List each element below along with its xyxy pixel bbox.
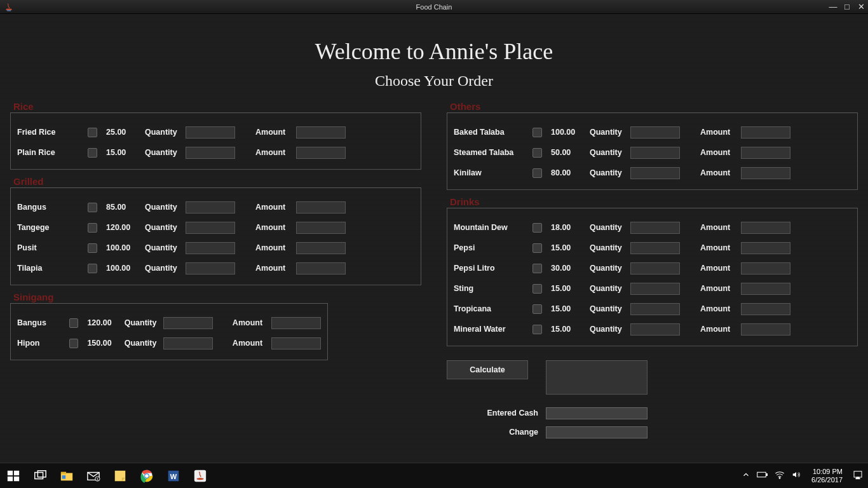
quantity-input[interactable] (186, 126, 235, 139)
calculate-area: Calculate Entered Cash Change (447, 360, 858, 442)
battery-icon[interactable] (757, 470, 768, 481)
item-row-sinigang-0: Bangus120.00QuantityAmount (17, 313, 321, 333)
quantity-input[interactable] (186, 262, 235, 274)
quantity-input[interactable] (186, 147, 235, 159)
item-name: Steamed Talaba (454, 148, 529, 157)
amount-label: Amount (700, 304, 737, 313)
quantity-input[interactable] (630, 262, 680, 274)
sticky-notes-icon[interactable] (109, 467, 131, 485)
item-checkbox[interactable] (88, 128, 97, 137)
item-checkbox[interactable] (88, 223, 97, 233)
item-checkbox[interactable] (88, 203, 97, 212)
item-checkbox[interactable] (532, 223, 542, 233)
quantity-input[interactable] (630, 242, 680, 254)
wifi-icon[interactable] (775, 470, 785, 481)
amount-output (741, 147, 790, 159)
quantity-input[interactable] (186, 242, 235, 254)
minimize-button[interactable]: — (826, 2, 840, 11)
item-row-others-1: Steamed Talaba50.00QuantityAmount (454, 142, 851, 163)
amount-output (741, 323, 790, 336)
svg-rect-3 (14, 470, 19, 475)
item-checkbox[interactable] (532, 284, 542, 294)
notifications-icon[interactable] (853, 470, 863, 482)
quantity-input[interactable] (163, 337, 213, 349)
item-checkbox[interactable] (532, 325, 542, 334)
amount-output (271, 337, 321, 349)
tray-expand-icon[interactable] (742, 470, 750, 481)
calculate-button[interactable]: Calculate (447, 360, 528, 379)
item-price: 15.00 (551, 325, 586, 334)
item-price: 150.00 (87, 339, 120, 348)
entered-cash-input[interactable] (546, 407, 648, 419)
item-checkbox[interactable] (532, 243, 542, 253)
taskbar: 1 W 10:09 PM 6/26/2017 (0, 463, 868, 488)
quantity-label: Quantity (145, 148, 182, 157)
item-checkbox[interactable] (69, 318, 78, 328)
quantity-input[interactable] (186, 201, 235, 214)
item-checkbox[interactable] (88, 148, 97, 158)
chrome-icon[interactable] (136, 467, 158, 485)
item-checkbox[interactable] (532, 304, 542, 314)
close-button[interactable]: ✕ (854, 2, 868, 11)
mail-icon[interactable]: 1 (83, 467, 104, 485)
quantity-input[interactable] (186, 222, 235, 234)
amount-output (296, 147, 346, 159)
clock[interactable]: 10:09 PM 6/26/2017 (808, 468, 846, 484)
svg-rect-4 (8, 476, 13, 480)
right-column: Others Baked Talaba100.00QuantityAmountS… (447, 95, 858, 442)
quantity-label: Quantity (590, 168, 627, 177)
quantity-input[interactable] (630, 283, 680, 295)
quantity-input[interactable] (163, 317, 213, 329)
group-sinigang: Sinigang Bangus120.00QuantityAmountHipon… (10, 303, 328, 360)
amount-label: Amount (233, 339, 268, 348)
svg-rect-23 (766, 474, 768, 476)
item-checkbox[interactable] (532, 128, 542, 137)
item-row-others-2: Kinilaw80.00QuantityAmount (454, 163, 851, 183)
maximize-button[interactable]: □ (840, 2, 854, 11)
quantity-label: Quantity (145, 243, 182, 252)
quantity-input[interactable] (630, 323, 680, 336)
item-checkbox[interactable] (88, 264, 97, 273)
task-view-icon[interactable] (29, 467, 51, 485)
item-price: 15.00 (551, 284, 586, 293)
quantity-label: Quantity (145, 264, 182, 273)
item-name: Mountain Dew (454, 223, 529, 232)
item-checkbox[interactable] (532, 168, 542, 178)
amount-output (741, 126, 790, 139)
item-row-grilled-2: Pusit100.00QuantityAmount (17, 238, 414, 258)
volume-icon[interactable] (791, 470, 801, 481)
amount-output (296, 222, 346, 234)
quantity-label: Quantity (590, 223, 627, 232)
item-name: Pepsi Litro (454, 264, 529, 273)
item-checkbox[interactable] (88, 243, 97, 253)
item-checkbox[interactable] (532, 264, 542, 273)
item-price: 18.00 (551, 223, 586, 232)
item-price: 120.00 (106, 223, 141, 232)
quantity-label: Quantity (590, 148, 627, 157)
quantity-input[interactable] (630, 167, 680, 179)
java-app-icon[interactable] (189, 467, 211, 485)
item-checkbox[interactable] (69, 339, 78, 348)
amount-label: Amount (700, 243, 737, 252)
group-grilled: Grilled Bangus85.00QuantityAmountTangege… (10, 187, 421, 285)
total-output (546, 360, 648, 395)
item-name: Tangege (17, 223, 84, 232)
group-rice: Rice Fried Rice25.00QuantityAmountPlain … (10, 112, 421, 170)
word-icon[interactable]: W (163, 467, 184, 485)
quantity-input[interactable] (630, 147, 680, 159)
quantity-input[interactable] (630, 303, 680, 315)
item-name: Bangus (17, 318, 65, 327)
item-name: Plain Rice (17, 148, 84, 157)
svg-rect-10 (62, 475, 66, 479)
left-column: Rice Fried Rice25.00QuantityAmountPlain … (10, 95, 421, 442)
quantity-input[interactable] (630, 126, 680, 139)
start-button[interactable] (3, 467, 24, 485)
item-price: 100.00 (551, 128, 586, 137)
svg-rect-25 (854, 471, 862, 477)
quantity-input[interactable] (630, 222, 680, 234)
amount-label: Amount (700, 128, 737, 137)
file-explorer-icon[interactable] (56, 467, 78, 485)
svg-rect-5 (14, 476, 19, 480)
item-name: Bangus (17, 203, 84, 212)
item-checkbox[interactable] (532, 148, 542, 158)
